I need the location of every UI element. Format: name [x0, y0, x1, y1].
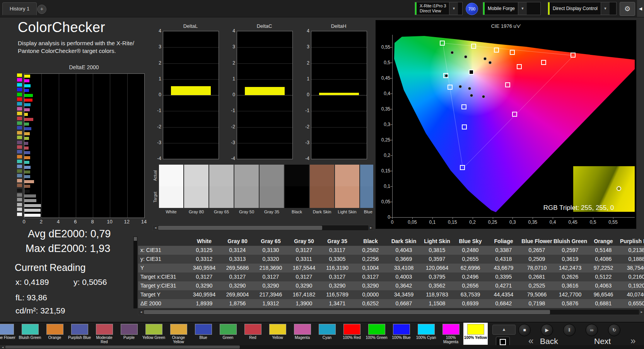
- patch-cell[interactable]: Light Skin: [335, 165, 359, 214]
- play-button[interactable]: ▶: [541, 324, 553, 336]
- deltae-category-swatch: [17, 193, 22, 197]
- x-tick-label: 2: [40, 219, 43, 225]
- patch-button[interactable]: Yellow Green: [142, 323, 166, 345]
- expand-panel-button[interactable]: ▲: [492, 325, 516, 335]
- patch-cell[interactable]: Gray 50: [234, 165, 259, 214]
- chevron-down-icon[interactable]: ▼: [601, 2, 610, 15]
- table-scroll-thumb[interactable]: [144, 310, 550, 314]
- chevron-down-icon[interactable]: ▼: [518, 2, 527, 15]
- table-scroll-gutter[interactable]: [133, 237, 137, 308]
- patch-button[interactable]: 100% Red: [340, 323, 364, 345]
- table-cell: 0,3124: [221, 246, 254, 255]
- patch-name: Gray 50: [234, 209, 259, 214]
- settings-button[interactable]: ⚙: [620, 2, 635, 16]
- patch-button[interactable]: 100% Cyan: [414, 323, 438, 345]
- table-cell: 217,3946: [254, 290, 287, 299]
- patch-cell[interactable]: Black: [285, 165, 309, 214]
- table-cell: 0,3290: [188, 281, 221, 290]
- patch-button[interactable]: Purplish Blue: [67, 323, 92, 345]
- top-bar: History 1 + X-Rite i1Pro 3 Direct View ▼…: [0, 0, 644, 17]
- display-control-dropdown[interactable]: Direct Display Control ▼: [548, 2, 617, 15]
- scroll-left-icon[interactable]: ◄: [138, 310, 144, 315]
- patch-button[interactable]: 100% Magenta: [439, 323, 463, 345]
- next-chevron-icon[interactable]: »: [630, 336, 635, 346]
- patch-button-label: 100% Yellow: [464, 335, 487, 340]
- scroll-right-icon[interactable]: ►: [368, 225, 374, 230]
- patch-cell[interactable]: Dark Skin: [310, 165, 334, 214]
- table-cell: 167,5544: [287, 264, 321, 272]
- patch-button[interactable]: Blue Flower: [0, 323, 17, 345]
- pause-button[interactable]: ‖: [563, 324, 576, 336]
- stop-button[interactable]: ■: [518, 324, 531, 336]
- bottom-scrollbar[interactable]: ◄: [0, 345, 644, 349]
- reading-y: y: 0,5056: [73, 277, 107, 287]
- table-cell: 0,6842: [487, 299, 520, 308]
- cie-point-measured: [451, 51, 454, 54]
- patch-cell[interactable]: Gray 65: [209, 165, 234, 214]
- patch-button[interactable]: Purple: [117, 323, 141, 345]
- back-button[interactable]: Back: [540, 337, 558, 346]
- table-row: y: CIE310,33120,33130,33200,33110,33050,…: [138, 255, 644, 264]
- table-scroll-track[interactable]: [144, 310, 639, 315]
- patch-button[interactable]: 100% Green: [364, 323, 389, 345]
- strip-scroll-track[interactable]: [158, 225, 368, 230]
- patch-button[interactable]: Orange Yellow: [166, 323, 191, 345]
- patch-cell[interactable]: White: [159, 165, 183, 214]
- table-row-label: Y: [138, 264, 188, 272]
- table-cell: 1,9312: [254, 299, 287, 308]
- meter-dropdown[interactable]: X-Rite i1Pro 3 Direct View ▼: [415, 2, 463, 15]
- patch-button[interactable]: Bluish Green: [18, 323, 42, 345]
- patch-button[interactable]: 100% Blue: [389, 323, 413, 345]
- patch-cell[interactable]: Blue Sky: [360, 165, 373, 214]
- next-button[interactable]: Next: [594, 337, 611, 346]
- patch-button[interactable]: Magenta: [290, 323, 314, 345]
- strip-scrollbar[interactable]: ◄ ►: [152, 225, 374, 231]
- table-cell: 0,4003: [387, 272, 420, 281]
- cie-point-target: [461, 104, 466, 109]
- reading-x: x: 0,4189: [15, 277, 49, 287]
- table-scrollbar[interactable]: ◄ ►: [138, 309, 644, 315]
- deltae-swatch-axis: [17, 73, 22, 217]
- patch-button[interactable]: Green: [216, 323, 240, 345]
- patch-button[interactable]: 100% Yellow: [463, 323, 488, 345]
- cie-point-target: [505, 82, 510, 87]
- table-cell: 0,2597: [553, 246, 587, 255]
- patch-color-swatch: [22, 324, 39, 335]
- patch-button[interactable]: Moderate Red: [92, 323, 116, 345]
- table-cell: 0,3127: [287, 246, 321, 255]
- scroll-right-icon[interactable]: ►: [639, 310, 644, 315]
- patch-button[interactable]: Cyan: [315, 323, 339, 345]
- collapse-panel-button[interactable]: ◀: [637, 0, 644, 17]
- cie-chart-title: CIE 1976 u'v': [376, 23, 636, 29]
- table-cell: 0,2509: [520, 255, 553, 264]
- loop-button[interactable]: ∞: [586, 324, 598, 336]
- gridline: [311, 111, 367, 111]
- patch-cell[interactable]: Gray 80: [184, 165, 208, 214]
- patch-target-swatch: [335, 186, 359, 208]
- table-cell: 0,2160: [620, 272, 644, 281]
- y-tick-label: 0: [159, 92, 161, 97]
- table-cell: 0,6252: [354, 299, 387, 308]
- patch-button[interactable]: Yellow: [265, 323, 290, 345]
- strip-scroll-thumb[interactable]: [158, 226, 322, 230]
- cie-point-target: [510, 50, 515, 55]
- y-tick-label: 0,5: [376, 60, 390, 65]
- bottom-scroll-thumb[interactable]: [5, 346, 240, 349]
- meter-count-badge[interactable]: 700: [466, 3, 478, 15]
- table-cell: 40,0740: [620, 290, 644, 299]
- history-tab[interactable]: History 1: [2, 2, 37, 15]
- scroll-left-icon[interactable]: ◄: [153, 225, 158, 230]
- back-chevron-icon[interactable]: «: [528, 336, 533, 346]
- source-dropdown[interactable]: Mobile Forge ▼: [483, 2, 541, 15]
- patch-cell[interactable]: Gray 35: [260, 165, 284, 214]
- bottom-scroll-track[interactable]: [5, 345, 644, 349]
- patch-button[interactable]: Orange: [43, 323, 67, 345]
- sync-button[interactable]: ↻: [608, 324, 620, 336]
- patch-button[interactable]: Blue: [191, 323, 215, 345]
- cie-chart-panel: CIE 1976 u'v' 000,050,050,10,10,150,150,…: [376, 20, 636, 229]
- patch-button[interactable]: Red: [241, 323, 265, 345]
- scroll-left-icon[interactable]: ◄: [0, 345, 5, 349]
- chevron-down-icon[interactable]: ▼: [449, 2, 458, 15]
- table-scroll-thumb[interactable]: [134, 237, 137, 241]
- add-tab-button[interactable]: +: [37, 5, 46, 14]
